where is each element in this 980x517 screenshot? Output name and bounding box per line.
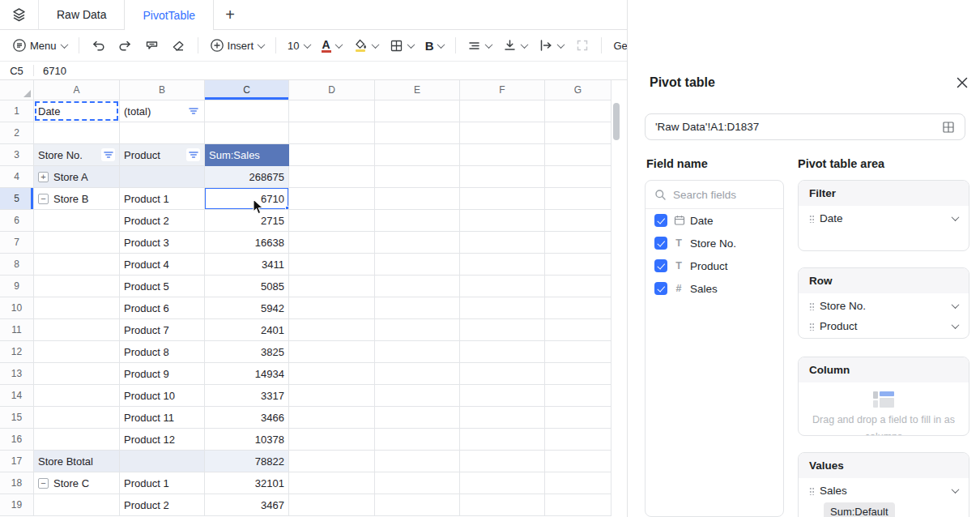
vertical-scrollbar[interactable]	[613, 101, 620, 515]
cell-B5[interactable]: Product 1	[120, 188, 205, 210]
cell-C4[interactable]: 268675	[205, 166, 289, 188]
cell-B7[interactable]: Product 3	[120, 232, 205, 254]
cell-B14[interactable]: Product 10	[120, 385, 205, 407]
fill-color-button[interactable]	[349, 36, 382, 55]
eraser-button[interactable]	[167, 36, 190, 55]
cell-C11[interactable]: 2401	[205, 319, 289, 341]
cell-D2[interactable]	[289, 122, 375, 144]
area-item-product[interactable]: Product	[799, 316, 969, 336]
cell-G14[interactable]	[545, 385, 611, 407]
field-search[interactable]: Search fields	[646, 181, 783, 209]
drag-handle-icon[interactable]	[809, 323, 814, 331]
cell-A3[interactable]: Store No.	[34, 144, 120, 166]
cell-C18[interactable]: 32101	[205, 472, 289, 494]
cell-B3[interactable]: Product	[120, 144, 205, 166]
insert-button[interactable]: Insert	[206, 36, 269, 55]
tab-pivottable[interactable]: PivotTable	[124, 0, 214, 30]
row-header-6[interactable]: 6	[0, 210, 34, 232]
row-header-15[interactable]: 15	[0, 407, 34, 429]
cell-D14[interactable]	[289, 385, 375, 407]
cell-G1[interactable]	[545, 100, 611, 122]
cell-A11[interactable]	[34, 319, 120, 341]
cell-G16[interactable]	[545, 429, 611, 451]
cell-A15[interactable]	[34, 407, 120, 429]
area-item-sales[interactable]: Sales	[799, 481, 969, 501]
expand-icon[interactable]: +	[38, 172, 49, 182]
cell-B9[interactable]: Product 5	[120, 276, 205, 297]
cell-C2[interactable]	[205, 122, 289, 144]
font-color-button[interactable]: A	[317, 36, 346, 55]
cell-B19[interactable]: Product 2	[120, 494, 205, 516]
bold-button[interactable]: B	[421, 36, 449, 55]
close-panel-button[interactable]	[956, 76, 969, 89]
field-item-product[interactable]: TProduct	[646, 254, 783, 277]
cell-F16[interactable]	[460, 429, 545, 451]
cell-A2[interactable]	[34, 122, 120, 144]
cell-A4[interactable]: +Store A	[34, 166, 120, 188]
cell-A18[interactable]: −Store C	[34, 472, 120, 494]
column-header-D[interactable]: D	[289, 80, 375, 100]
merge-cells-button[interactable]	[571, 36, 594, 54]
area-item-store-no-[interactable]: Store No.	[799, 296, 969, 316]
cell-D15[interactable]	[289, 407, 375, 429]
cell-C17[interactable]: 78822	[205, 451, 289, 472]
row-header-19[interactable]: 19	[0, 494, 34, 516]
checkbox-checked[interactable]	[654, 237, 667, 250]
cell-C5[interactable]: 6710	[205, 188, 289, 210]
drag-handle-icon[interactable]	[809, 302, 814, 310]
borders-button[interactable]	[386, 36, 418, 55]
cell-A19[interactable]	[34, 494, 120, 516]
cell-G18[interactable]	[545, 472, 611, 494]
cell-F17[interactable]	[460, 451, 545, 472]
cell-F13[interactable]	[460, 363, 545, 385]
row-header-11[interactable]: 11	[0, 319, 34, 341]
chevron-down-icon[interactable]	[952, 321, 960, 329]
cell-E3[interactable]	[375, 144, 460, 166]
cell-F3[interactable]	[460, 144, 545, 166]
cell-F2[interactable]	[460, 122, 545, 144]
checkbox-checked[interactable]	[654, 214, 667, 227]
cell-E4[interactable]	[375, 166, 460, 188]
cell-G7[interactable]	[545, 232, 611, 254]
drag-handle-icon[interactable]	[809, 487, 814, 495]
drag-handle-icon[interactable]	[809, 215, 814, 223]
cell-G19[interactable]	[545, 494, 611, 516]
cell-A7[interactable]	[34, 232, 120, 254]
cell-F9[interactable]	[460, 276, 545, 297]
cell-A16[interactable]	[34, 429, 120, 451]
cell-E7[interactable]	[375, 232, 460, 254]
cell-F7[interactable]	[460, 232, 545, 254]
cell-B8[interactable]: Product 4	[120, 254, 205, 276]
cell-A6[interactable]	[34, 210, 120, 232]
checkbox-checked[interactable]	[654, 282, 667, 295]
cell-C19[interactable]: 3467	[205, 494, 289, 516]
cell-E5[interactable]	[375, 188, 460, 210]
cell-D17[interactable]	[289, 451, 375, 472]
cell-G2[interactable]	[545, 122, 611, 144]
cell-F11[interactable]	[460, 319, 545, 341]
paint-format-button[interactable]	[140, 36, 164, 55]
cell-A9[interactable]	[34, 276, 120, 297]
filter-icon[interactable]	[186, 105, 200, 118]
area-item-date[interactable]: Date	[799, 208, 969, 229]
add-sheet-button[interactable]: +	[214, 0, 246, 29]
row-header-16[interactable]: 16	[0, 429, 34, 451]
cell-F1[interactable]	[460, 100, 545, 122]
cell-E6[interactable]	[375, 210, 460, 232]
cell-D19[interactable]	[289, 494, 375, 516]
cell-E17[interactable]	[375, 451, 460, 472]
chevron-down-icon[interactable]	[952, 213, 960, 221]
cell-C10[interactable]: 5942	[205, 297, 289, 319]
field-item-store-no-[interactable]: TStore No.	[646, 232, 783, 254]
cell-E2[interactable]	[375, 122, 460, 144]
row-header-1[interactable]: 1	[0, 100, 34, 122]
cell-G12[interactable]	[545, 341, 611, 363]
cell-E14[interactable]	[375, 385, 460, 407]
text-direction-button[interactable]	[535, 36, 568, 54]
cell-F4[interactable]	[460, 166, 545, 188]
cell-C13[interactable]: 14934	[205, 363, 289, 385]
cell-D18[interactable]	[289, 472, 375, 494]
cell-D11[interactable]	[289, 319, 375, 341]
cell-D4[interactable]	[289, 166, 375, 188]
cell-D5[interactable]	[289, 188, 375, 210]
